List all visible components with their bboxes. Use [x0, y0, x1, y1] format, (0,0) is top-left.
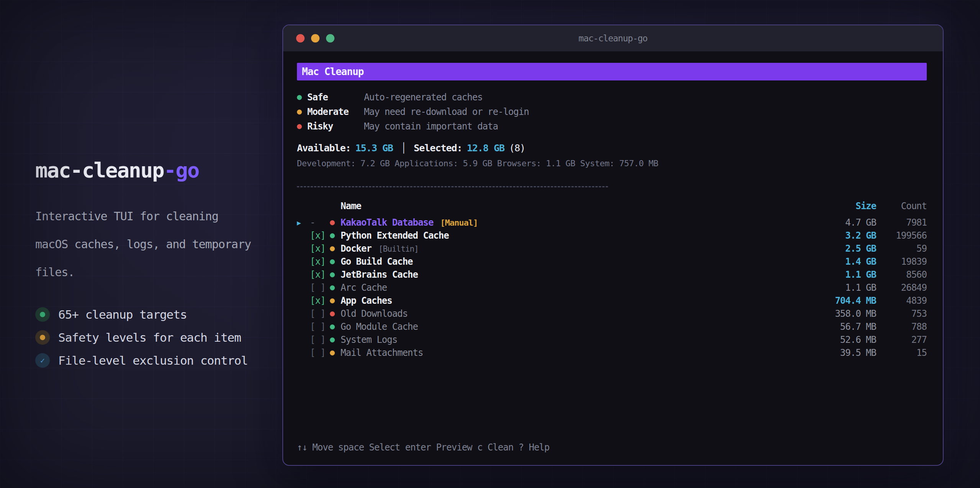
row-name-cell: Mail Attachments — [341, 347, 803, 358]
safety-dot-icon — [330, 259, 341, 264]
safety-dot-icon — [330, 220, 335, 225]
row-checkbox[interactable]: [ ] — [310, 347, 330, 358]
row-name-cell: Python Extended Cache — [341, 230, 803, 241]
row-checkbox[interactable]: [ ] — [310, 282, 330, 293]
safety-dot-icon — [330, 324, 341, 329]
safety-dot-icon — [297, 110, 302, 115]
safety-dot-icon — [330, 337, 335, 342]
stats-line: Available: 15.3 GB │ Selected: 12.8 GB (… — [297, 142, 927, 154]
dot-glyph — [40, 335, 45, 340]
row-name-cell: KakaoTalk Database[Manual] — [341, 217, 803, 228]
page-title-accent: -go — [164, 158, 199, 182]
row-checkbox[interactable]: [x] — [310, 230, 330, 241]
page-title: mac-cleanup-go — [35, 158, 265, 182]
row-checkbox[interactable]: [ ] — [310, 321, 330, 332]
cursor-icon: ▶ — [297, 219, 310, 227]
terminal-body: Mac Cleanup SafeAuto-regenerated cachesM… — [283, 51, 943, 465]
row-checkbox[interactable]: - — [310, 217, 330, 228]
row-checkbox[interactable]: [x] — [310, 269, 330, 280]
dot-icon — [35, 330, 50, 345]
row-name: JetBrains Cache — [341, 269, 418, 280]
window-title: mac-cleanup-go — [365, 33, 861, 43]
safety-dot-icon — [330, 311, 341, 316]
row-size: 1.4 GB — [803, 256, 876, 267]
row-checkbox[interactable]: [x] — [310, 295, 330, 306]
safety-dot-icon — [330, 246, 341, 251]
selected-label: Selected: — [414, 142, 462, 154]
table-header-row: Name Size Count — [297, 200, 927, 213]
subtitle-line: files. — [35, 258, 265, 286]
safety-dot-icon — [330, 220, 341, 225]
table-row[interactable]: [ ]Mail Attachments39.5 MB15 — [297, 346, 927, 359]
row-count: 753 — [876, 308, 927, 319]
safety-dot-icon — [330, 246, 335, 251]
table-row[interactable]: [x]JetBrains Cache1.1 GB8560 — [297, 268, 927, 281]
legend-description: Auto-regenerated caches — [364, 92, 482, 103]
window-titlebar: mac-cleanup-go — [283, 25, 943, 51]
page-title-main: mac-cleanup — [35, 158, 164, 182]
terminal-window: mac-cleanup-go Mac Cleanup SafeAuto-rege… — [282, 25, 944, 466]
table-row[interactable]: [x]Go Build Cache1.4 GB19839 — [297, 255, 927, 268]
table-row[interactable]: [ ]Go Module Cache56.7 MB788 — [297, 320, 927, 333]
safety-dot-icon — [297, 124, 307, 129]
legend-row: RiskyMay contain important data — [297, 119, 927, 134]
row-count: 8560 — [876, 269, 927, 280]
row-size: 2.5 GB — [803, 243, 876, 254]
check-icon: ✓ — [35, 353, 50, 368]
app-header-bar: Mac Cleanup — [297, 63, 927, 80]
legend-level-label: Safe — [307, 92, 364, 103]
safety-dot-icon — [330, 272, 341, 277]
zoom-button[interactable] — [326, 34, 334, 43]
safety-dot-icon — [330, 311, 335, 316]
safety-dot-icon — [330, 324, 335, 329]
feature-label: File-level exclusion control — [58, 354, 248, 367]
row-checkbox[interactable]: [x] — [310, 256, 330, 267]
size-column-header[interactable]: Size — [803, 201, 876, 211]
table-row[interactable]: [x]App Caches704.4 MB4839 — [297, 294, 927, 307]
legend-description: May contain important data — [364, 121, 498, 132]
legend-row: ModerateMay need re-download or re-login — [297, 105, 927, 119]
table-row[interactable]: ▶-KakaoTalk Database[Manual]4.7 GB7981 — [297, 216, 927, 229]
close-button[interactable] — [296, 34, 305, 43]
feature-item: ✓File-level exclusion control — [35, 353, 265, 368]
row-checkbox[interactable]: [ ] — [310, 308, 330, 319]
row-count: 26849 — [876, 282, 927, 293]
safety-dot-icon — [330, 272, 335, 277]
row-size: 1.1 GB — [803, 282, 876, 293]
safety-legend: SafeAuto-regenerated cachesModerateMay n… — [297, 90, 927, 134]
table-row[interactable]: [ ]Arc Cache1.1 GB26849 — [297, 281, 927, 294]
row-checkbox[interactable]: [x] — [310, 243, 330, 254]
row-size: 52.6 MB — [803, 334, 876, 345]
table-row[interactable]: [ ]Old Downloads358.0 MB753 — [297, 307, 927, 320]
row-name-cell: Arc Cache — [341, 282, 803, 293]
row-name: System Logs — [341, 334, 397, 345]
row-count: 788 — [876, 321, 927, 332]
row-size: 39.5 MB — [803, 347, 876, 358]
check-glyph: ✓ — [40, 356, 45, 365]
table-row[interactable]: [x]Python Extended Cache3.2 GB199566 — [297, 229, 927, 242]
minimize-button[interactable] — [311, 34, 320, 43]
row-name-cell: App Caches — [341, 295, 803, 306]
legend-row: SafeAuto-regenerated caches — [297, 90, 927, 105]
table-rows: ▶-KakaoTalk Database[Manual]4.7 GB7981[x… — [297, 216, 927, 359]
safety-dot-icon — [330, 233, 341, 238]
legend-level-label: Moderate — [307, 106, 364, 117]
row-checkbox[interactable]: [ ] — [310, 334, 330, 345]
row-name: Old Downloads — [341, 308, 408, 319]
table-row[interactable]: [x]Docker[Builtin]2.5 GB59 — [297, 242, 927, 255]
subtitle-line: Interactive TUI for cleaning — [35, 202, 265, 230]
table-row[interactable]: [ ]System Logs52.6 MB277 — [297, 333, 927, 346]
row-size: 3.2 GB — [803, 230, 876, 241]
row-size: 56.7 MB — [803, 321, 876, 332]
feature-item: Safety levels for each item — [35, 330, 265, 345]
legend-description: May need re-download or re-login — [364, 106, 529, 117]
feature-label: 65+ cleanup targets — [58, 308, 187, 321]
row-name-cell: System Logs — [341, 334, 803, 345]
available-value: 15.3 GB — [356, 142, 393, 154]
row-count: 277 — [876, 334, 927, 345]
feature-item: 65+ cleanup targets — [35, 307, 265, 322]
safety-dot-icon — [330, 337, 341, 342]
safety-dot-icon — [330, 350, 335, 355]
stats-separator: │ — [401, 142, 406, 154]
safety-dot-icon — [330, 233, 335, 238]
